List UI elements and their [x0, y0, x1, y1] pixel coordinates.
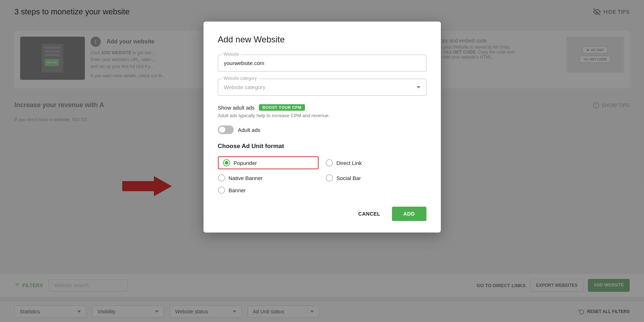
toggle-label: Adult ads	[238, 127, 261, 133]
category-placeholder: Website category	[224, 84, 266, 90]
category-label: Website category	[222, 76, 259, 81]
ad-unit-section: Choose Ad Unit format Popunder Direct Li…	[218, 143, 426, 194]
ad-unit-grid: Popunder Direct Link Native Banner Socia…	[218, 156, 426, 194]
boost-badge: BOOST YOUR CPM	[259, 104, 305, 111]
adult-ads-header: Show adult ads BOOST YOUR CPM	[218, 104, 426, 111]
cancel-button[interactable]: CANCEL	[352, 207, 386, 220]
radio-option-popunder[interactable]: Popunder	[218, 156, 319, 169]
website-url-label: Website	[222, 52, 241, 57]
adult-ads-description: Adult ads typically help to increase CPM…	[218, 113, 426, 118]
radio-label-banner: Banner	[229, 187, 246, 193]
radio-option-social-bar[interactable]: Social Bar	[326, 174, 426, 181]
radio-circle-popunder	[223, 159, 230, 166]
radio-option-direct-link[interactable]: Direct Link	[326, 156, 426, 169]
category-select-wrapper: Website category Website category	[218, 79, 426, 96]
radio-circle-native-banner	[218, 174, 225, 181]
radio-label-social-bar: Social Bar	[337, 175, 361, 181]
adult-ads-title: Show adult ads	[218, 105, 255, 111]
category-chevron-icon	[417, 86, 420, 88]
radio-option-banner[interactable]: Banner	[218, 187, 319, 194]
ad-unit-section-title: Choose Ad Unit format	[218, 143, 426, 150]
modal-actions: CANCEL ADD	[218, 204, 426, 221]
website-url-input[interactable]	[218, 55, 426, 72]
radio-option-native-banner[interactable]: Native Banner	[218, 174, 319, 181]
adult-ads-toggle[interactable]	[218, 125, 234, 134]
radio-label-popunder: Popunder	[234, 160, 257, 166]
radio-label-direct-link: Direct Link	[337, 160, 362, 166]
toggle-slider	[218, 125, 234, 134]
website-url-field: Website	[218, 55, 426, 72]
radio-circle-social-bar	[326, 174, 333, 181]
adult-ads-section: Show adult ads BOOST YOUR CPM Adult ads …	[218, 104, 426, 118]
category-dropdown[interactable]: Website category	[218, 79, 426, 96]
modal-title: Add new Website	[218, 34, 426, 45]
adult-ads-toggle-row: Adult ads	[218, 125, 426, 134]
radio-circle-direct-link	[326, 159, 333, 166]
radio-label-native-banner: Native Banner	[229, 175, 263, 181]
radio-circle-banner	[218, 187, 225, 194]
modal-dialog: Add new Website Website Website category…	[204, 22, 441, 233]
add-button[interactable]: ADD	[392, 207, 426, 221]
modal-overlay: Add new Website Website Website category…	[0, 0, 644, 322]
